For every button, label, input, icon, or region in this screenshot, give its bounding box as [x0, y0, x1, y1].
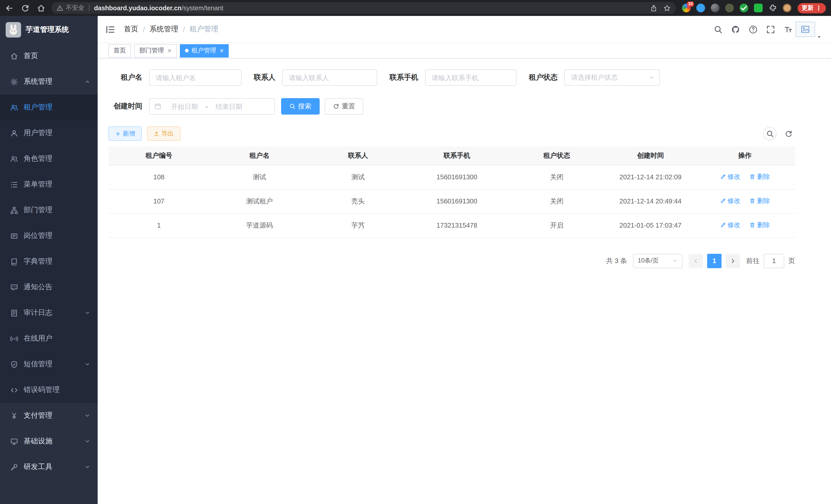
reload-icon[interactable] [21, 4, 29, 12]
sidebar-item-sms-management[interactable]: 短信管理 [0, 351, 98, 377]
close-icon[interactable]: × [168, 47, 171, 54]
search-icon [289, 103, 295, 110]
font-size-icon[interactable] [784, 25, 793, 34]
page-size-select[interactable]: 10条/页 [633, 254, 683, 268]
edit-link[interactable]: 修改 [720, 221, 740, 230]
breadcrumb-system[interactable]: 系统管理 [149, 25, 178, 34]
cell-tenant-name: 测试 [209, 165, 310, 189]
sidebar-item-label: 字典管理 [24, 257, 52, 266]
tab-dept-management[interactable]: 部门管理 × [134, 44, 176, 57]
col-status: 租户状态 [507, 146, 606, 165]
contact-input[interactable] [282, 69, 377, 86]
sidebar-item-dev-tools[interactable]: 研发工具 [0, 454, 98, 480]
share-icon[interactable] [650, 4, 657, 11]
col-tenant-id: 租户编号 [109, 146, 209, 165]
sidebar-item-label: 角色管理 [24, 154, 52, 164]
chevron-down-icon [84, 361, 90, 367]
not-secure-warning-icon [57, 5, 63, 11]
browser-home-icon[interactable] [37, 4, 45, 12]
toggle-search-form-button[interactable] [763, 127, 776, 140]
breadcrumb-home[interactable]: 首页 [124, 25, 138, 34]
update-button[interactable]: 更新 ⋮ [798, 3, 826, 13]
create-time-label: 创建时间 [109, 102, 142, 111]
tenant-name-input[interactable] [149, 69, 241, 86]
address-bar[interactable]: 不安全 dashboard.yudao.iocoder.cn /system/t… [51, 2, 676, 14]
sidebar-item-payment-management[interactable]: 支付管理 [0, 403, 98, 428]
collapse-sidebar-icon[interactable] [105, 24, 115, 34]
col-created: 创建时间 [606, 146, 695, 165]
user-avatar[interactable] [796, 22, 815, 37]
edit-link[interactable]: 修改 [720, 197, 740, 206]
prev-page-button[interactable] [689, 254, 703, 268]
create-time-range-picker[interactable]: - [149, 98, 275, 115]
col-actions: 操作 [695, 146, 795, 165]
sidebar-item-system-management[interactable]: 系统管理 [0, 69, 98, 94]
sidebar-logo[interactable]: 芋道管理系统 [0, 16, 98, 43]
tab-label: 首页 [114, 46, 126, 55]
sidebar-item-notice[interactable]: 通知公告 [0, 274, 98, 300]
export-button[interactable]: 导出 [147, 126, 180, 141]
fullscreen-icon[interactable] [766, 25, 775, 34]
bookmark-star-icon[interactable] [663, 4, 671, 11]
page-number-button[interactable]: 1 [707, 254, 721, 268]
phone-input[interactable] [425, 69, 516, 86]
sidebar-item-error-code[interactable]: 错误码管理 [0, 377, 98, 403]
extensions-puzzle-icon[interactable] [768, 4, 777, 12]
refresh-icon [333, 103, 339, 110]
cell-status: 开启 [507, 213, 606, 237]
sidebar-item-menu-management[interactable]: 菜单管理 [0, 172, 98, 197]
goto-page-input[interactable] [764, 254, 784, 268]
edit-link[interactable]: 修改 [720, 173, 740, 181]
status-select[interactable]: 请选择租户状态 [564, 69, 660, 86]
sidebar-item-post-management[interactable]: 岗位管理 [0, 223, 98, 249]
sidebar-item-dept-management[interactable]: 部门管理 [0, 197, 98, 223]
sidebar-item-user-management[interactable]: 用户管理 [0, 120, 98, 146]
role-icon [10, 155, 18, 162]
reset-button[interactable]: 重置 [325, 98, 363, 115]
sidebar-item-audit-log[interactable]: 审计日志 [0, 300, 98, 326]
help-icon[interactable] [749, 25, 757, 34]
edit-pencil-icon [720, 222, 726, 228]
extension-icon-blue[interactable] [696, 4, 705, 12]
tab-home[interactable]: 首页 [109, 44, 131, 57]
delete-link[interactable]: 删除 [749, 173, 770, 181]
search-icon [766, 130, 774, 138]
error-code-icon [10, 386, 18, 394]
cell-tenant-id: 108 [109, 165, 209, 189]
table-toolbar: 新增 导出 [109, 126, 795, 141]
avatar-caret-down-icon[interactable] [816, 34, 822, 39]
end-date-input[interactable] [209, 102, 249, 110]
sidebar-item-dict-management[interactable]: 字典管理 [0, 249, 98, 274]
cell-status: 关闭 [507, 165, 606, 189]
extension-icon-olive[interactable] [725, 4, 734, 12]
delete-link[interactable]: 删除 [749, 221, 770, 230]
cell-tenant-name: 芋道源码 [209, 213, 310, 237]
extension-icon-green-check[interactable] [740, 4, 748, 12]
search-icon[interactable] [714, 25, 722, 34]
close-icon[interactable]: × [220, 47, 224, 54]
search-button[interactable]: 搜索 [281, 98, 320, 115]
sidebar-item-home[interactable]: 首页 [0, 43, 98, 69]
browser-toolbar: 不安全 dashboard.yudao.iocoder.cn /system/t… [0, 0, 831, 16]
back-icon[interactable] [5, 4, 13, 12]
chevron-down-icon [84, 413, 90, 419]
delete-link[interactable]: 删除 [749, 197, 770, 206]
refresh-table-button[interactable] [782, 127, 795, 140]
sidebar-item-online-users[interactable]: 在线用户 [0, 326, 98, 351]
extension-icon-colorful[interactable]: 10 [682, 4, 691, 12]
calendar-icon [154, 103, 161, 110]
sidebar-item-tenant-management[interactable]: 租户管理 [0, 94, 98, 120]
add-button[interactable]: 新增 [109, 126, 142, 141]
tab-tenant-management[interactable]: 租户管理 × [180, 44, 229, 57]
sidebar-item-infrastructure[interactable]: 基础设施 [0, 428, 98, 454]
extension-icon-green-square[interactable] [754, 4, 763, 12]
sidebar-item-role-management[interactable]: 角色管理 [0, 146, 98, 172]
github-icon[interactable] [731, 25, 740, 34]
extension-icon-sphere[interactable] [711, 4, 719, 12]
tab-label: 租户管理 [192, 46, 216, 55]
profile-avatar-icon[interactable] [783, 4, 792, 12]
cell-actions: 修改 删除 [695, 213, 795, 237]
filter-row-2: 创建时间 - 搜索 重置 [109, 98, 795, 115]
next-page-button[interactable] [726, 254, 740, 268]
start-date-input[interactable] [165, 102, 204, 110]
